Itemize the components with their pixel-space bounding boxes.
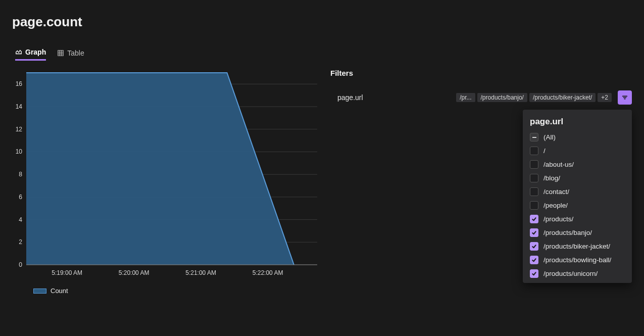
checkbox[interactable] <box>530 228 538 237</box>
checkbox[interactable] <box>530 201 538 210</box>
checkbox-label: /products/bowling-ball/ <box>543 256 611 264</box>
checkbox[interactable] <box>530 242 538 251</box>
filter-checklist: (All)//about-us//blog//contact//people//… <box>530 133 625 278</box>
checkbox-option[interactable]: / <box>530 147 625 155</box>
chart-panel: 02468101214165:19:00 AM5:20:00 AM5:21:00… <box>12 68 320 295</box>
filter-label: page.url <box>337 93 363 102</box>
checkbox[interactable] <box>530 215 538 223</box>
svg-text:14: 14 <box>16 103 23 110</box>
tab-table[interactable]: Table <box>57 48 84 61</box>
checkbox[interactable] <box>530 174 538 182</box>
filter-chip[interactable]: /pr... <box>456 93 475 102</box>
checkbox[interactable] <box>530 160 538 169</box>
tab-table-label: Table <box>67 49 84 57</box>
checkbox[interactable] <box>530 187 538 196</box>
filter-button[interactable] <box>618 90 632 105</box>
svg-text:12: 12 <box>16 126 23 133</box>
checkbox-option[interactable]: /products/banjo/ <box>530 228 625 237</box>
checkbox-option[interactable]: /products/bowling-ball/ <box>530 256 625 264</box>
checkbox-label: /people/ <box>543 202 568 209</box>
tab-graph[interactable]: Graph <box>15 48 46 61</box>
page-title: page.count <box>0 0 644 30</box>
table-icon <box>57 50 64 57</box>
checkbox-option[interactable]: /people/ <box>530 201 625 210</box>
checkbox-label: /blog/ <box>543 174 560 182</box>
checkbox-label: / <box>543 147 546 155</box>
svg-text:16: 16 <box>16 80 23 87</box>
filter-chip[interactable]: /products/biker-jacket/ <box>529 93 596 102</box>
chart-area-icon <box>15 49 22 56</box>
checkbox-label: /contact/ <box>543 188 569 196</box>
checkbox-label: /about-us/ <box>543 161 574 168</box>
svg-text:2: 2 <box>19 238 22 246</box>
filters-heading: Filters <box>330 69 632 77</box>
filter-chips: /pr... /products/banjo/ /products/biker-… <box>456 90 632 105</box>
checkbox[interactable] <box>530 269 538 278</box>
checkbox-option[interactable]: /products/unicorn/ <box>530 269 625 278</box>
legend-label-count: Count <box>51 287 68 295</box>
checkbox-label: /products/biker-jacket/ <box>543 243 610 250</box>
area-chart: 02468101214165:19:00 AM5:20:00 AM5:21:00… <box>12 68 320 280</box>
checkbox-option[interactable]: (All) <box>530 133 625 141</box>
dropdown-title: page.url <box>530 117 625 127</box>
svg-text:6: 6 <box>19 194 22 201</box>
filter-dropdown: page.url (All)//about-us//blog//contact/… <box>523 110 632 283</box>
checkbox-label: /products/unicorn/ <box>543 270 598 277</box>
checkbox-label: /products/banjo/ <box>543 229 592 236</box>
svg-text:5:19:00 AM: 5:19:00 AM <box>52 269 82 276</box>
checkbox-option[interactable]: /products/ <box>530 215 625 223</box>
svg-text:10: 10 <box>16 148 23 155</box>
svg-text:0: 0 <box>19 261 22 268</box>
checkbox-option[interactable]: /contact/ <box>530 187 625 196</box>
filter-row-page-url: page.url /pr... /products/banjo/ /produc… <box>330 90 632 105</box>
checkbox-label: (All) <box>543 133 556 141</box>
checkbox-label: /products/ <box>543 215 573 223</box>
checkbox-option[interactable]: /about-us/ <box>530 160 625 169</box>
checkbox[interactable] <box>530 256 538 264</box>
svg-text:5:21:00 AM: 5:21:00 AM <box>185 269 216 276</box>
checkbox-option[interactable]: /products/biker-jacket/ <box>530 242 625 251</box>
svg-text:8: 8 <box>19 171 22 178</box>
view-tabs: Graph Table <box>0 30 644 61</box>
filter-chip[interactable]: /products/banjo/ <box>477 93 527 102</box>
svg-text:5:22:00 AM: 5:22:00 AM <box>253 269 283 276</box>
chart-legend: Count <box>12 280 320 295</box>
svg-text:5:20:00 AM: 5:20:00 AM <box>119 269 150 276</box>
filter-icon <box>621 94 628 101</box>
checkbox[interactable] <box>530 133 538 141</box>
tab-graph-label: Graph <box>25 48 46 56</box>
checkbox-option[interactable]: /blog/ <box>530 174 625 182</box>
svg-text:4: 4 <box>19 216 22 223</box>
filters-panel: Filters page.url /pr... /products/banjo/… <box>330 68 632 295</box>
filter-chip-more[interactable]: +2 <box>598 93 612 102</box>
svg-rect-0 <box>58 50 64 56</box>
checkbox[interactable] <box>530 147 538 155</box>
legend-swatch-count <box>33 289 46 294</box>
